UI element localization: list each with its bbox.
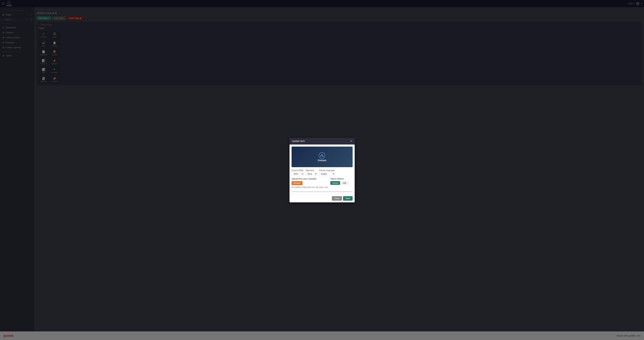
upload-hint: Acceptable image types are .gif, .jpeg, … <box>292 186 328 188</box>
close-modal-button[interactable]: Close <box>332 196 342 201</box>
column-width-group: Column Width: 100% 75% 50% 25% <box>292 169 304 176</box>
language-select[interactable]: English French Spanish <box>319 172 335 176</box>
select-method-section: Select method Upload Link <box>330 178 348 185</box>
column-width-select[interactable]: 100% 75% 50% 25% <box>292 172 304 176</box>
svg-line-12 <box>322 154 323 156</box>
modal-overlay: Update Item ✕ Censeo <box>0 0 644 340</box>
preview-censeo-text: Censeo <box>318 159 326 162</box>
select-method-label: Select method <box>330 178 348 180</box>
form-row: Column Width: 100% 75% 50% 25% Alignment… <box>292 169 352 176</box>
language-group: Choose Language: English French Spanish <box>319 169 335 176</box>
update-item-modal: Update Item ✕ Censeo <box>290 138 355 202</box>
alignment-label: Alignment: <box>306 169 317 171</box>
alignment-select[interactable]: None Left Center Right <box>306 172 317 176</box>
method-buttons: Upload Link <box>330 181 348 185</box>
upload-label: Upload from your computer <box>292 178 328 180</box>
modal-footer: Close Save <box>290 194 355 202</box>
modal-header: Update Item ✕ <box>290 138 355 144</box>
link-method-button[interactable]: Link <box>341 181 348 185</box>
preview-censeo-icon <box>318 152 325 159</box>
modal-close-button[interactable]: ✕ <box>350 139 352 143</box>
progress-bar <box>292 191 352 192</box>
modal-preview-image: Censeo <box>292 146 352 167</box>
modal-title: Update Item <box>292 140 305 142</box>
modal-body: Censeo Column Width: 100% 75% 50% 25% Al… <box>290 144 355 194</box>
upload-method-row: Upload from your computer Browse Accepta… <box>292 178 352 190</box>
save-modal-button[interactable]: Save <box>343 196 352 201</box>
alignment-group: Alignment: None Left Center Right <box>306 169 317 176</box>
browse-button[interactable]: Browse <box>292 181 302 185</box>
upload-section: Upload from your computer Browse Accepta… <box>292 178 328 188</box>
svg-point-7 <box>319 152 325 158</box>
preview-logo: Censeo <box>318 152 326 162</box>
svg-line-11 <box>321 154 322 156</box>
column-width-label: Column Width: <box>292 169 304 171</box>
language-label: Choose Language: <box>319 169 335 171</box>
upload-method-button[interactable]: Upload <box>330 181 340 185</box>
